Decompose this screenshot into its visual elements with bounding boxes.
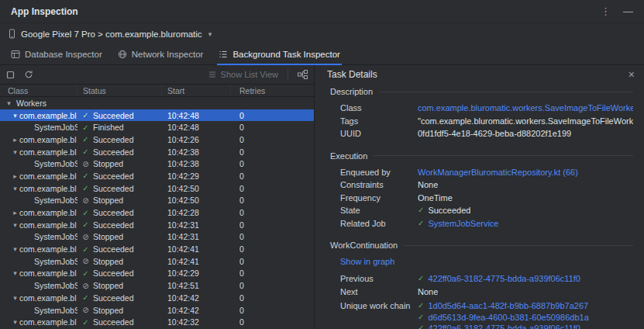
detail-value[interactable]: ✓SystemJobService <box>418 219 498 229</box>
tab-label: Network Inspector <box>132 50 204 59</box>
cell-status: Succeeded <box>93 147 134 157</box>
chevron-down-icon[interactable]: ▾ <box>11 148 19 156</box>
cell-status: Stopped <box>93 159 123 168</box>
tab-database-inspector[interactable]: Database Inspector <box>3 44 110 64</box>
cell-start: 10:42:41 <box>162 244 231 254</box>
table-row[interactable]: ▾com.example.bl✓Succeeded10:42:290 <box>0 268 314 280</box>
table-row[interactable]: ▸com.example.bl✓Succeeded10:42:280 <box>0 206 314 219</box>
table-row[interactable]: ▸com.example.bl✓Succeeded10:42:260 <box>0 133 314 146</box>
table-row[interactable]: ▾com.example.bl✓Succeeded10:42:320 <box>0 316 314 328</box>
detail-value[interactable]: ✓422ff0a6-3182-4775-bdda-a939f06c11f0 <box>418 324 589 329</box>
cell-status: Succeeded <box>93 184 134 193</box>
database-icon <box>11 50 20 59</box>
table-row[interactable]: SystemJobS⊘Stopped10:42:410 <box>0 255 314 268</box>
detail-value[interactable]: com.example.bluromatic.workers.SaveImage… <box>418 103 633 113</box>
stop-inspection-icon[interactable] <box>6 71 15 79</box>
hide-icon[interactable]: — <box>623 6 633 16</box>
cell-class: SystemJobS <box>34 281 77 290</box>
network-globe-icon <box>118 50 127 59</box>
chevron-right-icon[interactable]: ▸ <box>11 209 19 216</box>
chevron-down-icon[interactable]: ▾ <box>11 185 19 192</box>
detail-value[interactable]: ✓422ff0a6-3182-4775-bdda-a939f06c11f0 <box>418 274 580 284</box>
more-options-icon[interactable]: ⋮ <box>601 6 611 16</box>
table-row[interactable]: ▾com.example.bl✓Succeeded10:42:380 <box>0 146 314 158</box>
chevron-right-icon[interactable]: ▸ <box>11 136 19 144</box>
toolbar-divider <box>288 69 288 80</box>
table-row[interactable]: SystemJobS⊘Stopped10:42:310 <box>0 231 314 244</box>
chevron-down-icon[interactable]: ▾ <box>5 99 13 107</box>
cell-status: Stopped <box>93 232 123 241</box>
detail-value: OneTime <box>418 193 453 203</box>
chevron-down-icon[interactable]: ▾ <box>11 221 19 229</box>
show-graph-view-icon[interactable] <box>298 70 308 79</box>
chevron-right-icon[interactable]: ▸ <box>11 172 19 180</box>
detail-label: Class <box>340 103 418 113</box>
detail-value: None <box>418 180 438 190</box>
cell-retries: 0 <box>231 208 314 217</box>
chevron-down-icon[interactable]: ▾ <box>11 294 19 302</box>
task-table-pane: Show List View Class Status Start Retrie… <box>0 65 315 329</box>
cell-class: com.example.bl <box>19 111 77 120</box>
check-icon: ✓ <box>418 301 424 311</box>
cell-class: com.example.bl <box>19 147 77 157</box>
cell-retries: 0 <box>231 171 314 181</box>
detail-value[interactable]: ✓1d0d5d64-aac1-482f-b9bb-6887b9b7a267 <box>418 301 589 311</box>
section-title: WorkContinuation <box>330 241 633 250</box>
device-selector-label: Google Pixel 7 Pro > com.example.bluroma… <box>21 29 202 39</box>
page-title: App Inspection <box>11 6 78 17</box>
detail-label: Next <box>340 287 418 297</box>
tab-background-task-inspector[interactable]: Background Task Inspector <box>211 44 348 64</box>
detail-label: Tags <box>340 116 418 126</box>
cell-status: Succeeded <box>93 135 134 144</box>
stopped-icon: ⊘ <box>81 257 90 265</box>
chevron-down-icon[interactable]: ▾ <box>11 318 19 326</box>
detail-value[interactable]: WorkManagerBluromaticRepository.kt (66) <box>418 168 578 178</box>
cell-status: Stopped <box>93 257 123 266</box>
detail-value[interactable]: ✓d6d5613d-9fea-4600-b381-60e50986db1a <box>418 313 589 323</box>
detail-label: State <box>340 206 418 216</box>
group-label: Workers <box>16 99 46 108</box>
cell-retries: 0 <box>231 196 314 205</box>
restart-inspector-icon[interactable] <box>24 70 33 79</box>
column-header-retries[interactable]: Retries <box>231 85 314 96</box>
table-row[interactable]: ▾com.example.bl✓Succeeded10:42:500 <box>0 182 314 195</box>
table-row[interactable]: ▸com.example.bl✓Succeeded10:42:290 <box>0 170 314 182</box>
task-table-body: ▾Workers▾com.example.bl✓Succeeded10:42:4… <box>0 97 314 329</box>
chevron-down-icon[interactable]: ▾ <box>11 112 19 119</box>
table-row[interactable]: ▾com.example.bl✓Succeeded10:42:310 <box>0 219 314 231</box>
column-header-status[interactable]: Status <box>77 85 162 96</box>
chevron-down-icon[interactable]: ▾ <box>11 245 19 253</box>
table-row[interactable]: ▾com.example.bl✓Succeeded10:42:420 <box>0 292 314 304</box>
check-icon: ✓ <box>81 184 90 192</box>
table-row[interactable]: SystemJobS⊘Stopped10:42:380 <box>0 158 314 170</box>
tab-network-inspector[interactable]: Network Inspector <box>110 44 212 64</box>
show-in-graph-link[interactable]: Show in graph <box>340 257 633 266</box>
close-icon[interactable]: × <box>629 69 635 80</box>
table-row[interactable]: SystemJobS✓Finished10:42:480 <box>0 121 314 133</box>
detail-value: None <box>418 287 438 297</box>
table-row[interactable]: ▾com.example.bl✓Succeeded10:42:480 <box>0 109 314 122</box>
table-row[interactable]: ▾com.example.bl✓Succeeded10:42:410 <box>0 243 314 255</box>
check-icon: ✓ <box>81 123 90 132</box>
chevron-down-icon[interactable]: ▾ <box>11 269 19 277</box>
column-header-start[interactable]: Start <box>162 85 231 96</box>
cell-start: 10:42:48 <box>162 111 231 120</box>
column-header-class[interactable]: Class <box>0 85 77 96</box>
detail-label: Enqueued by <box>340 168 418 178</box>
table-row[interactable]: SystemJobS⊘Stopped10:42:510 <box>0 279 314 292</box>
cell-retries: 0 <box>231 293 314 303</box>
check-icon: ✓ <box>81 318 90 327</box>
cell-retries: 0 <box>231 184 314 193</box>
cell-class: com.example.bl <box>19 244 77 254</box>
table-row[interactable]: SystemJobS⊘Stopped10:42:420 <box>0 304 314 317</box>
cell-class: SystemJobS <box>34 306 77 315</box>
table-group-row[interactable]: ▾Workers <box>0 97 314 109</box>
task-details-header: Task Details × <box>315 65 644 84</box>
cell-start: 10:42:38 <box>162 159 231 168</box>
check-icon: ✓ <box>418 313 424 323</box>
section-title: Execution <box>330 151 633 161</box>
table-header: Class Status Start Retries <box>0 84 314 97</box>
device-process-selector[interactable]: Google Pixel 7 Pro > com.example.bluroma… <box>0 23 644 44</box>
table-row[interactable]: SystemJobS⊘Stopped10:42:500 <box>0 195 314 207</box>
cell-retries: 0 <box>231 147 314 157</box>
